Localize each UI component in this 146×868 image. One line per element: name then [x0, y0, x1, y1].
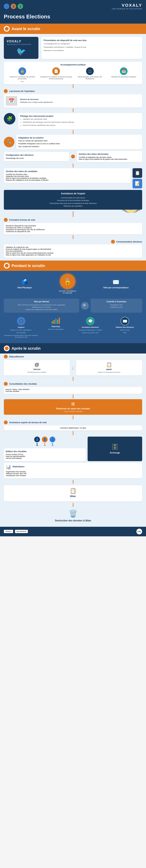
relance-sub-2: SMS: [123, 332, 126, 334]
user-icon-2: 👤: [11, 4, 16, 9]
pendant-title: Pendant le scrutin: [11, 264, 45, 268]
papier-card: 📋 papier Manuel ou Automatisé (Scanner): [76, 360, 142, 375]
v-line-5: [73, 211, 74, 217]
logo-area: VOXALY UNE MARQUE DE DOCAPOSTE: [112, 3, 142, 10]
statistiques-card: 📊 Statistiques Organisation des données …: [4, 463, 142, 478]
destruction-section: 🗑️ Destruction des données & Bilan: [0, 507, 146, 525]
support-label: Support: [18, 326, 25, 328]
person-3: 👤 1: [50, 437, 55, 447]
config-node-row: Configuration des élections Paramétrage …: [4, 151, 142, 162]
juridique-icon-3: ⚖️ Mentions légales, droit d'accès, des …: [74, 67, 107, 82]
consolidation-title: Consolidation des résultats: [9, 383, 37, 385]
assistance-label: Assistance électeurs: [82, 326, 99, 328]
assistance-item-2: Fourniture de la documentation technique: [6, 199, 140, 202]
juridique-icon-4: 📅 Rédaction du planning de l'opération: [107, 67, 140, 82]
formation-node: Formation bureau de vote: [4, 218, 142, 222]
listes-title: Gestion des listes électorales: [79, 153, 140, 155]
internet-title: Internet: [6, 368, 68, 370]
section-circle: [4, 26, 9, 32]
candidats-card: Gestion des listes de candidats Contrôle…: [4, 168, 130, 183]
lancement-marker: [4, 89, 8, 93]
relance-sub-1: Relance voter: [120, 329, 129, 331]
connector-8: [0, 395, 146, 398]
stat-item-3: comparaison des résultats: [6, 474, 140, 476]
reporting-label: Reporting: [52, 326, 60, 328]
list-icon-2: 📝: [133, 179, 142, 188]
presentation-card: Présentation du dispositif de vote aux é…: [41, 37, 142, 59]
support-sub-1: Répons sur votre organisation /: [10, 329, 32, 331]
logo-text: VOXALY: [122, 3, 142, 8]
presentation-row: VOXALY UNE MARQUE DE DOCAPOSTE 🐦 Présent…: [0, 34, 146, 62]
config-sub: Paramétrage des urnes: [6, 157, 67, 159]
v-line-7: [73, 377, 74, 381]
lancement-item-1: Réunion de lancement: [20, 98, 53, 100]
pendant-circle: [4, 263, 9, 269]
v-line-12: [73, 503, 74, 507]
adaptation-item-2: Possibilité d'intégration avec le SSO ou…: [18, 143, 140, 145]
number-3: 1: [51, 442, 53, 447]
header-icons: 👤 👤 👤: [4, 4, 23, 9]
assistance-sub-1: Assistance téléphonique / en ligne: [79, 329, 102, 331]
edition-card: Edition des résultats Procès verbaux (PV…: [4, 448, 86, 461]
internet-icon: @: [6, 362, 68, 367]
juridique-label: Accompagnement juridique: [6, 64, 140, 66]
pilotage-item-3: ✔ Suivi de la bonne coordination des act…: [20, 124, 140, 127]
presentation-item-1: Accompagnement du changement: [43, 42, 140, 45]
pilotage-row: 🧩 Pilotage des intervenants projets ✔ Va…: [4, 113, 142, 129]
reporting-item: Reporting Suivi de la participation: [38, 317, 73, 338]
cnil-text: CNIL: [137, 531, 141, 532]
communication-node-row: Communication électeurs: [0, 240, 146, 244]
config-title: Configuration des élections: [6, 154, 67, 156]
bar-2: [53, 320, 55, 324]
reporting-sub: Suivi de la participation: [48, 329, 64, 330]
check-1: ✔: [20, 118, 22, 121]
magnifier-icon: 🔍: [81, 302, 89, 310]
assistance-bureau-content: Assistance téléphonique / en ligne: [4, 426, 142, 430]
footer-logo-1: VOXALY: [4, 530, 13, 533]
communication-content: Validation du matériel de vote Envoi du …: [4, 244, 142, 258]
formation-title: Formation bureau de vote: [9, 219, 35, 221]
footer-logo-2-text: DOCAPOSTE: [17, 531, 26, 532]
juridique-icon-2: 📄 Assistance à la rédaction et relecture…: [39, 67, 72, 82]
cnil-logo: CNIL: [137, 529, 142, 534]
connector-12: [0, 503, 146, 507]
edition-item-1: Procès verbaux (PV%): [6, 454, 84, 455]
voxaly-logo: VOXALY: [7, 40, 35, 43]
assistance-bureau-marker: [4, 421, 8, 424]
candidats-item-2: Intégration des données client: [6, 175, 129, 177]
lock-icon: 🔒: [60, 274, 75, 289]
assistance-sub-2: Remise du code de vote: [82, 332, 98, 334]
depouillement-title: Dépouillement: [9, 355, 24, 358]
adaptation-card: Adaptation de la solution Prise en compt…: [16, 135, 142, 149]
connector-10: [0, 431, 146, 435]
lancement-title: Lancement de l'opération: [9, 90, 35, 92]
support-sub-3: Assistance communic places après des mem…: [4, 335, 38, 338]
mentions-icon: ⚖️: [86, 67, 94, 75]
pilotage-item-1: ✔ Validation des spécificités client: [20, 118, 140, 121]
stat-header: 📊 Statistiques: [6, 465, 140, 470]
vote-internet-title: Vote par Internet: [6, 301, 77, 303]
formation-item-2: Formation par video ou à distance: [6, 227, 140, 229]
connector-6: [0, 235, 146, 239]
v-line-2: [73, 108, 74, 112]
assistance-icon: 📄: [52, 67, 60, 75]
person-2: 👤 1: [42, 437, 48, 447]
assistance-bureau-node: Assistance auprès du bureau de vote: [4, 421, 142, 424]
archivage-section: 🗄️ Archivage: [88, 437, 142, 461]
internet-card: @ Internet Déchiffrement des résultats: [4, 360, 70, 375]
listes-item-1: Contrôle et intégration des données clie…: [79, 156, 140, 158]
vote-internet-item-2: Hébergement de la solution: [6, 306, 77, 308]
plateforme-sub: Si des résultats manuels: [6, 410, 140, 412]
stat-item-2: Tableaux de bord, dès TPE: [6, 473, 140, 474]
vote-types-row: 🗳️ Vote Physique 🔒 Sécurité / Surveillan…: [0, 271, 146, 297]
candidats-icons: 📋 📝: [133, 168, 142, 188]
calendar-icon: 📅: [6, 96, 17, 106]
protection-label: Conseil sur la protection des données pe…: [6, 76, 39, 80]
consolidation-content: Internet, Papier, Votes déclarés Outil d…: [4, 387, 142, 394]
juridique-section: Accompagnement juridique 🔒 Conseil sur l…: [4, 62, 142, 84]
communication-item-2: Envoi du matériel de vote (support papie…: [6, 248, 140, 250]
config-marker: [71, 155, 75, 158]
section-avant-header: Avant le scrutin: [0, 24, 146, 34]
bar-3: [55, 318, 57, 324]
arrow-down-icon: ↓: [72, 365, 74, 370]
